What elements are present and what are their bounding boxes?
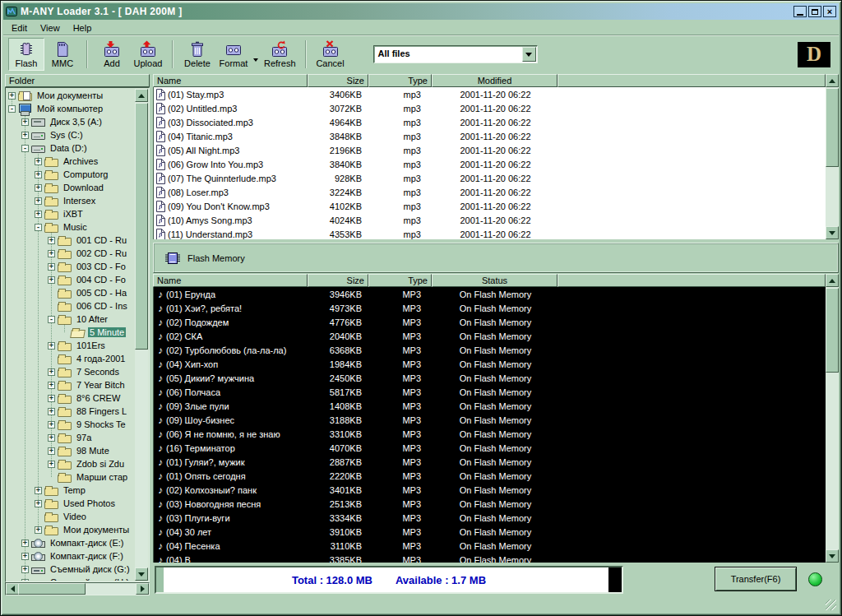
source-file-row[interactable]: (05) All Night.mp3 2196KB mp3 2001-11-20… [154,143,826,157]
flash-button[interactable]: Flash [8,38,44,71]
tree-item[interactable]: + Компакт-диск (F:) [7,549,135,563]
close-button[interactable]: × [823,6,836,17]
device-file-row[interactable]: ♪ (06) Я не помню, я не знаю 3310KB MP3 … [154,427,826,441]
source-file-row[interactable]: (09) You Don't Know.mp3 4102KB mp3 2001-… [154,199,826,213]
tree-item[interactable]: + Мои документы [7,523,135,536]
tree-item[interactable]: + iXBT [7,207,135,220]
tree-item[interactable]: - Мой компьютер [7,102,135,115]
tree-toggle[interactable]: + [48,434,55,442]
tree-toggle[interactable]: + [48,461,55,468]
tree-toggle[interactable]: + [48,368,55,376]
device-file-row[interactable]: ♪ (02) Подождем 4776KB MP3 On Flash Memo… [154,315,826,329]
tree-toggle[interactable]: + [35,526,42,534]
tree-toggle[interactable]: + [21,118,29,126]
tree-item[interactable]: + 101Ers [7,339,135,352]
tree-item[interactable]: 4 года-2001 [7,352,135,365]
tree-toggle[interactable]: + [21,132,29,139]
device-file-row[interactable]: ♪ (16) Терминатор 4070KB MP3 On Flash Me… [154,441,826,455]
format-dropdown-arrow[interactable] [253,58,258,64]
tree-item[interactable]: + 9 Shocks Te [7,418,135,431]
column-header-size[interactable]: Size [308,74,368,87]
scroll-thumb[interactable] [18,583,86,595]
scroll-down-button[interactable] [135,567,148,581]
tree-toggle[interactable]: + [35,197,42,205]
source-file-row[interactable]: (01) Stay.mp3 3406KB mp3 2001-11-20 06:2… [154,87,826,101]
tree-item[interactable]: + Мои документы [7,89,135,102]
tree-item[interactable]: + Sys (C:) [7,128,135,141]
menu-help[interactable]: Help [67,22,99,34]
tree-toggle[interactable]: + [48,342,55,350]
mmc-button[interactable]: MMC [44,38,81,71]
tree-toggle[interactable]: + [35,171,42,178]
device-file-row[interactable]: ♪ (09) Злые пули 1408KB MP3 On Flash Mem… [154,399,826,413]
source-file-row[interactable]: (11) Understand.mp3 4353KB mp3 2001-11-2… [154,227,826,239]
device-file-row[interactable]: ♪ (03) Плуги-вуги 3334KB MP3 On Flash Me… [154,511,826,525]
tree-item[interactable]: + Download [7,181,135,194]
device-file-row[interactable]: ♪ (04) Песенка 3110KB MP3 On Flash Memor… [154,539,826,553]
cancel-button[interactable]: Cancel [312,38,349,71]
column-header-name[interactable]: Name [153,274,308,287]
tree-toggle[interactable]: - [21,145,29,152]
scroll-up-button[interactable] [135,89,148,102]
tree-item[interactable]: + 88 Fingers L [7,405,135,418]
tree-item[interactable]: Video [7,510,135,523]
tree-item[interactable]: + Диск 3,5 (A:) [7,115,135,128]
device-file-row[interactable]: ♪ (01) Опять сегодня 2220KB MP3 On Flash… [154,469,826,483]
scroll-thumb[interactable] [826,88,839,167]
source-file-row[interactable]: (07) The Quinnterlude.mp3 928KB mp3 2001… [154,171,826,185]
tree-item[interactable]: + 7 Year Bitch [7,378,135,391]
device-file-row[interactable]: ♪ (03) Новогодняя песня 2513KB MP3 On Fl… [154,497,826,511]
tree-item[interactable]: + 002 CD - Ru [7,247,135,260]
menu-edit[interactable]: Edit [5,22,34,34]
tree-item[interactable]: Марши стар [7,470,135,484]
tree-toggle[interactable]: + [35,184,42,192]
tree-toggle[interactable]: + [48,408,55,415]
format-button[interactable]: Format [215,38,252,71]
upload-button[interactable]: Upload [130,38,166,71]
tree-item[interactable]: + 004 CD - Fo [7,273,135,286]
source-file-row[interactable]: (03) Dissociated.mp3 4964KB mp3 2001-11-… [154,115,826,129]
minimize-button[interactable] [793,6,807,17]
device-file-row[interactable]: ♪ (04) Хип-хоп 1984KB MP3 On Flash Memor… [154,357,826,371]
tree-item[interactable]: + Computorg [7,168,135,181]
tree-item[interactable]: - Music [7,220,135,234]
tree-toggle[interactable]: + [48,263,55,271]
scroll-up-button[interactable] [826,74,839,87]
tree-toggle[interactable]: + [48,395,55,402]
tree-toggle[interactable]: + [48,250,55,257]
device-file-row[interactable]: ♪ (09) Шоу-бизнес 3188KB MP3 On Flash Me… [154,413,826,427]
tree-toggle[interactable]: + [48,447,55,455]
column-header-type[interactable]: Type [368,74,432,87]
tree-item[interactable]: + Temp [7,484,135,497]
scroll-thumb[interactable] [826,288,839,373]
folder-tree-horizontal-scrollbar[interactable] [5,582,150,595]
source-file-row[interactable]: (06) Grow Into You.mp3 3840KB mp3 2001-1… [154,157,826,171]
tree-toggle[interactable]: + [48,276,55,284]
tree-toggle[interactable]: + [21,566,29,573]
tree-toggle[interactable]: + [21,579,29,581]
scroll-left-button[interactable] [6,583,19,595]
tree-item[interactable]: + 7 Seconds [7,365,135,378]
tree-toggle[interactable]: + [21,553,29,560]
device-file-row[interactable]: ♪ (01) Хэи?, ребята! 4973KB MP3 On Flash… [154,301,826,315]
device-file-row[interactable]: ♪ (02) Колхозныи? панк 3401KB MP3 On Fla… [154,483,826,497]
column-header-status[interactable]: Status [432,274,557,287]
tree-item[interactable]: + 001 CD - Ru [7,234,135,247]
tree-toggle[interactable]: + [21,540,29,547]
combobox-dropdown-button[interactable] [522,47,536,62]
tree-item[interactable]: 005 CD - Ha [7,286,135,299]
tree-item[interactable]: + Archives [7,155,135,168]
device-file-row[interactable]: ♪ (04) В 3385KB MP3 On Flash Memory [154,553,826,563]
tree-item[interactable]: - 10 After [7,313,135,326]
source-file-row[interactable]: (02) Untitled.mp3 3072KB mp3 2001-11-20 … [154,101,826,115]
tree-toggle[interactable]: + [35,487,42,494]
source-file-row[interactable]: (10) Amys Song.mp3 4024KB mp3 2001-11-20… [154,213,826,227]
tree-item[interactable]: + Intersex [7,194,135,207]
device-file-row[interactable]: ♪ (02) Турболюбовь (ла-ла-ла) 6368KB MP3… [154,343,826,357]
tree-toggle[interactable]: - [35,224,42,231]
device-file-row[interactable]: ♪ (05) Дикии? мужчина 2450KB MP3 On Flas… [154,371,826,385]
tree-toggle[interactable]: + [35,500,42,507]
tree-item[interactable]: + Zdob si Zdu [7,457,135,470]
tree-item[interactable]: 006 CD - Ins [7,299,135,313]
add-button[interactable]: Add [94,38,130,71]
